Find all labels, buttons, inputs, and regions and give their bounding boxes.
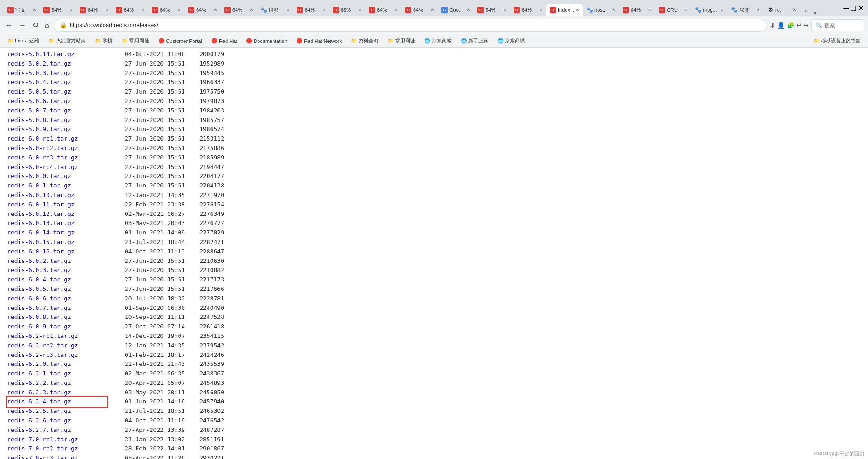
forward-button[interactable]: →: [17, 20, 28, 31]
file-link[interactable]: redis-5.0.7.tar.gz: [7, 106, 107, 116]
bookmark-item-6[interactable]: 🔴Documentation: [242, 37, 291, 45]
extensions-icon[interactable]: 🧩: [787, 22, 794, 29]
file-link[interactable]: redis-6.2.5.tar.gz: [7, 407, 107, 416]
tab-close-btn[interactable]: ×: [539, 7, 542, 13]
browser-tab-13[interactable]: GGoo...×: [438, 4, 474, 16]
file-link[interactable]: redis-6.0.13.tar.gz: [7, 219, 107, 228]
tab-close-btn[interactable]: ×: [322, 7, 326, 13]
file-link[interactable]: redis-5.0.6.tar.gz: [7, 97, 107, 106]
file-link[interactable]: redis-6.0.0.tar.gz: [7, 172, 107, 181]
browser-tab-5[interactable]: C64%×: [148, 4, 184, 16]
tab-close-btn[interactable]: ×: [503, 7, 506, 13]
file-link[interactable]: redis-5.0.5.tar.gz: [7, 87, 107, 97]
bookmark-item-10[interactable]: 🌐京东商城: [420, 36, 455, 46]
bookmark-item-5[interactable]: 🔴Red Hat: [208, 37, 241, 45]
file-link[interactable]: redis-6.0.7.tar.gz: [7, 304, 107, 313]
file-link[interactable]: redis-6.0.8.tar.gz: [7, 313, 107, 322]
bookmark-item-12[interactable]: 🌐京东商城: [494, 36, 528, 46]
file-link[interactable]: redis-6.0.3.tar.gz: [7, 266, 107, 275]
browser-tab-17[interactable]: 🐾nos...×: [583, 4, 619, 16]
tab-close-btn[interactable]: ×: [757, 7, 760, 13]
bookmark-item-right[interactable]: 📁移动设备上的书签: [810, 36, 864, 46]
browser-tab-7[interactable]: C64%×: [221, 4, 257, 16]
file-link[interactable]: redis-6.2.3.tar.gz: [7, 388, 107, 398]
file-link[interactable]: redis-6.0.10.tar.gz: [7, 191, 107, 200]
tab-close-btn[interactable]: ×: [33, 7, 36, 13]
bookmark-item-8[interactable]: 📁资料查询: [347, 36, 382, 46]
tab-close-btn[interactable]: ×: [69, 7, 72, 13]
file-link[interactable]: redis-6.0.4.tar.gz: [7, 275, 107, 285]
tab-close-btn[interactable]: ×: [395, 7, 398, 13]
file-link[interactable]: redis-6.0.1.tar.gz: [7, 181, 107, 191]
bookmark-item-0[interactable]: 📁Linux_运维: [4, 36, 43, 46]
bookmark-item-3[interactable]: 📁常用网址: [118, 36, 153, 46]
browser-tab-6[interactable]: C64%×: [184, 4, 221, 16]
tab-close-btn[interactable]: ×: [467, 7, 470, 13]
file-link[interactable]: redis-6.0.15.tar.gz: [7, 238, 107, 247]
bookmark-item-9[interactable]: 📁常用网址: [384, 36, 419, 46]
bookmark-item-11[interactable]: 🌐新手上路: [457, 36, 492, 46]
new-tab-button[interactable]: +: [800, 7, 812, 16]
file-link[interactable]: redis-6.0.11.tar.gz: [7, 200, 107, 210]
file-link[interactable]: redis-7.0-rc1.tar.gz: [7, 435, 107, 445]
tab-close-btn[interactable]: ×: [142, 7, 145, 13]
browser-tab-9[interactable]: C64%×: [293, 4, 329, 16]
file-link[interactable]: redis-6.2.0.tar.gz: [7, 360, 107, 369]
maximize-btn[interactable]: □: [851, 4, 856, 13]
browser-tab-4[interactable]: C64%×: [112, 4, 148, 16]
download-icon[interactable]: ⬇: [770, 22, 775, 29]
file-link[interactable]: redis-5.0.4.tar.gz: [7, 78, 107, 87]
reload-button[interactable]: ↻: [31, 20, 40, 31]
file-link[interactable]: redis-5.0.14.tar.gz: [7, 50, 107, 59]
browser-tab-8[interactable]: 🐾组影×: [257, 4, 293, 16]
browser-tab-20[interactable]: 🐾mog...×: [691, 4, 727, 16]
tab-close-btn[interactable]: ×: [648, 7, 651, 13]
back-button[interactable]: ←: [4, 20, 14, 31]
close-btn[interactable]: ✕: [858, 3, 864, 13]
file-link[interactable]: redis-6.2.1.tar.gz: [7, 369, 107, 379]
browser-tab-19[interactable]: CCRU×: [655, 4, 691, 16]
file-link[interactable]: redis-6.2-rc3.tar.gz: [7, 351, 107, 360]
file-link[interactable]: redis-6.0.14.tar.gz: [7, 228, 107, 238]
tab-close-btn[interactable]: ×: [286, 7, 289, 13]
minimize-btn[interactable]: ─: [843, 4, 849, 13]
file-link[interactable]: redis-6.2.6.tar.gz: [7, 416, 107, 426]
file-link[interactable]: redis-6.0.5.tar.gz: [7, 285, 107, 294]
home-button[interactable]: ⌂: [43, 20, 51, 31]
browser-tab-1[interactable]: C写文×: [4, 4, 40, 16]
file-link[interactable]: redis-6.2.7.tar.gz: [7, 426, 107, 435]
file-link[interactable]: redis-6.0.6.tar.gz: [7, 294, 107, 304]
forward2-icon[interactable]: ↪: [803, 22, 809, 29]
browser-tab-14[interactable]: C64%×: [474, 4, 510, 16]
bookmark-item-2[interactable]: 📁学校: [91, 36, 116, 46]
file-link[interactable]: redis-6.0.12.tar.gz: [7, 210, 107, 219]
file-link[interactable]: redis-6.0-rc1.tar.gz: [7, 134, 107, 144]
address-bar[interactable]: 🔒: [54, 19, 767, 32]
file-link[interactable]: redis-6.2-rc2.tar.gz: [7, 341, 107, 351]
file-link[interactable]: redis-5.0.9.tar.gz: [7, 125, 107, 134]
browser-tab-15[interactable]: C64%×: [510, 4, 546, 16]
browser-tab-22[interactable]: ⚙re...×: [764, 4, 800, 16]
browser-tab-16[interactable]: CIndex...×: [546, 4, 583, 16]
file-link[interactable]: redis-6.0-rc2.tar.gz: [7, 144, 107, 153]
browser-tab-3[interactable]: C64%×: [76, 4, 112, 16]
more-tabs-button[interactable]: ▾: [812, 10, 818, 16]
tab-close-btn[interactable]: ×: [612, 7, 615, 13]
browser-tab-11[interactable]: C64%×: [365, 4, 401, 16]
browser-tab-18[interactable]: C64%×: [619, 4, 655, 16]
file-link[interactable]: redis-6.0-rc3.tar.gz: [7, 153, 107, 163]
browser-tab-12[interactable]: C64%×: [401, 4, 438, 16]
bookmark-item-7[interactable]: 🔴Red Hat Network: [292, 37, 345, 45]
file-link[interactable]: redis-6.2.4.tar.gz: [7, 397, 107, 407]
tab-close-btn[interactable]: ×: [214, 7, 217, 13]
file-link[interactable]: redis-7.0-rc3.tar.gz: [7, 454, 107, 459]
browser-tab-10[interactable]: C63%×: [329, 4, 365, 16]
tab-close-btn[interactable]: ×: [250, 7, 253, 13]
tab-close-btn[interactable]: ×: [576, 7, 579, 13]
file-link[interactable]: redis-6.0.16.tar.gz: [7, 247, 107, 257]
back2-icon[interactable]: ↩: [796, 22, 802, 29]
browser-tab-2[interactable]: C64%×: [40, 4, 76, 16]
file-link[interactable]: redis-5.0.8.tar.gz: [7, 116, 107, 125]
tab-close-btn[interactable]: ×: [359, 7, 362, 13]
bookmark-item-1[interactable]: 📁火狐官方站点: [45, 36, 90, 46]
